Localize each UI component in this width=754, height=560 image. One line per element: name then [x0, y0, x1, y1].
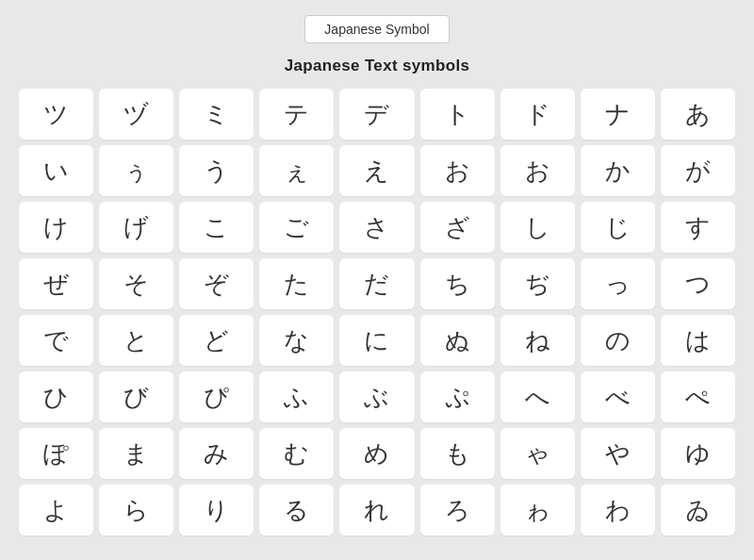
symbol-cell-27[interactable]: ぜ [19, 258, 93, 309]
symbol-cell-28[interactable]: そ [99, 258, 173, 309]
symbol-cell-24[interactable]: し [500, 202, 575, 253]
symbol-cell-64[interactable]: ら [99, 485, 173, 535]
symbol-cell-51[interactable]: へ [500, 371, 575, 422]
symbol-cell-63[interactable]: よ [19, 485, 93, 535]
symbol-cell-4[interactable]: デ [339, 89, 414, 140]
symbol-cell-18[interactable]: け [19, 202, 93, 253]
japanese-symbol-button[interactable]: Japanese Symbol [304, 15, 449, 43]
symbol-cell-55[interactable]: ま [99, 428, 173, 479]
symbol-cell-20[interactable]: こ [179, 202, 254, 253]
symbol-cell-19[interactable]: げ [99, 202, 173, 253]
symbol-cell-57[interactable]: む [259, 428, 334, 479]
symbol-cell-11[interactable]: う [179, 145, 254, 196]
symbol-grid: ツヅミテデトドナあいぅうぇえおおかがけげこごさざしじすぜそぞただちぢっつでとどな… [19, 89, 735, 535]
symbol-cell-29[interactable]: ぞ [179, 258, 254, 309]
symbol-cell-70[interactable]: わ [581, 485, 655, 535]
symbol-cell-48[interactable]: ふ [259, 371, 334, 422]
symbol-cell-67[interactable]: れ [339, 485, 414, 535]
symbol-cell-43[interactable]: の [581, 315, 655, 366]
symbol-cell-13[interactable]: え [339, 145, 414, 196]
symbol-cell-71[interactable]: ゐ [661, 485, 735, 535]
symbol-cell-21[interactable]: ご [259, 202, 334, 253]
symbol-cell-31[interactable]: だ [339, 258, 414, 309]
symbol-cell-9[interactable]: い [19, 145, 93, 196]
symbol-cell-62[interactable]: ゆ [661, 428, 735, 479]
symbol-cell-47[interactable]: ぴ [179, 371, 254, 422]
symbol-cell-15[interactable]: お [500, 145, 575, 196]
symbol-cell-42[interactable]: ね [500, 315, 575, 366]
symbol-cell-56[interactable]: み [179, 428, 254, 479]
symbol-cell-0[interactable]: ツ [19, 89, 93, 140]
symbol-cell-5[interactable]: ト [420, 89, 495, 140]
symbol-cell-1[interactable]: ヅ [99, 89, 173, 140]
symbol-cell-53[interactable]: ぺ [661, 371, 735, 422]
symbol-cell-36[interactable]: で [19, 315, 93, 366]
symbol-cell-65[interactable]: り [179, 485, 254, 535]
symbol-cell-54[interactable]: ぽ [19, 428, 93, 479]
symbol-cell-45[interactable]: ひ [19, 371, 93, 422]
symbol-cell-14[interactable]: お [420, 145, 495, 196]
symbol-cell-60[interactable]: ゃ [500, 428, 575, 479]
symbol-cell-2[interactable]: ミ [179, 89, 254, 140]
symbol-cell-32[interactable]: ち [420, 258, 495, 309]
symbol-cell-16[interactable]: か [581, 145, 655, 196]
symbol-cell-41[interactable]: ぬ [420, 315, 495, 366]
symbol-cell-44[interactable]: は [661, 315, 735, 366]
symbol-cell-25[interactable]: じ [581, 202, 655, 253]
symbol-cell-30[interactable]: た [259, 258, 334, 309]
symbol-cell-52[interactable]: べ [581, 371, 655, 422]
symbol-cell-22[interactable]: さ [339, 202, 414, 253]
symbol-cell-50[interactable]: ぷ [420, 371, 495, 422]
symbol-cell-12[interactable]: ぇ [259, 145, 334, 196]
symbol-cell-61[interactable]: や [581, 428, 655, 479]
symbol-cell-10[interactable]: ぅ [99, 145, 173, 196]
symbol-cell-39[interactable]: な [259, 315, 334, 366]
symbol-cell-33[interactable]: ぢ [500, 258, 575, 309]
symbol-cell-3[interactable]: テ [259, 89, 334, 140]
symbol-cell-26[interactable]: す [661, 202, 735, 253]
symbol-cell-59[interactable]: も [420, 428, 495, 479]
symbol-cell-6[interactable]: ド [500, 89, 575, 140]
symbol-cell-8[interactable]: あ [661, 89, 735, 140]
symbol-cell-68[interactable]: ろ [420, 485, 495, 535]
symbol-cell-58[interactable]: め [339, 428, 414, 479]
symbol-cell-38[interactable]: ど [179, 315, 254, 366]
symbol-cell-40[interactable]: に [339, 315, 414, 366]
symbol-cell-46[interactable]: び [99, 371, 173, 422]
symbol-cell-69[interactable]: ゎ [500, 485, 575, 535]
symbol-cell-23[interactable]: ざ [420, 202, 495, 253]
symbol-cell-37[interactable]: と [99, 315, 173, 366]
symbol-cell-49[interactable]: ぶ [339, 371, 414, 422]
symbol-cell-7[interactable]: ナ [581, 89, 655, 140]
symbol-cell-66[interactable]: る [259, 485, 334, 535]
symbol-cell-17[interactable]: が [661, 145, 735, 196]
symbol-cell-34[interactable]: っ [581, 258, 655, 309]
symbol-cell-35[interactable]: つ [661, 258, 735, 309]
page-title: Japanese Text symbols [285, 57, 470, 75]
